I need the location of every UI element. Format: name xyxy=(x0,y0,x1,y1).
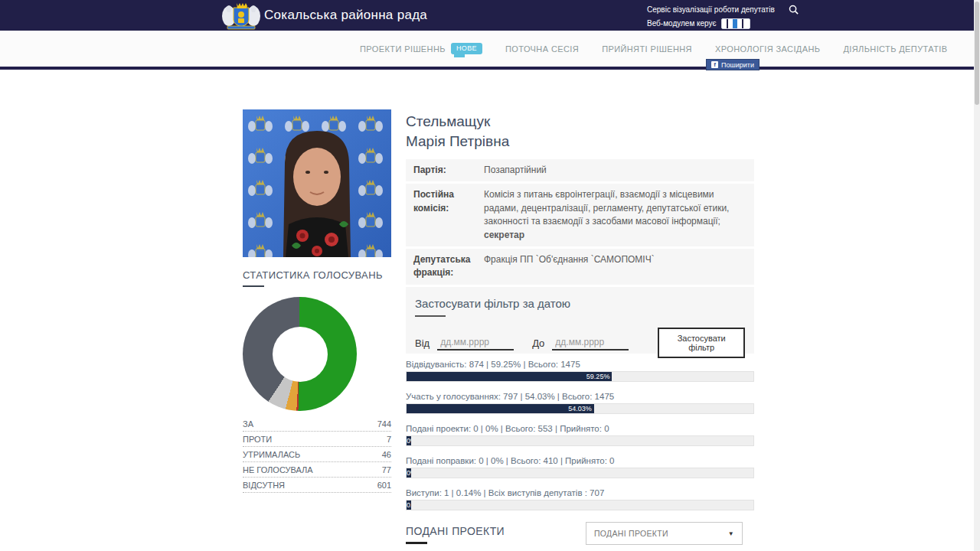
bar-label: Виступи: 1 | 0.14% | Всіх виступів депут… xyxy=(406,488,754,500)
header-divider xyxy=(0,67,980,70)
commission-text: Комісія з питань євроінтеграції, взаємод… xyxy=(484,189,729,227)
legend-value: 77 xyxy=(382,465,391,474)
projects-select[interactable]: ПОДАНІ ПРОЕКТИ ▼ xyxy=(586,522,743,545)
nav-item-current-session[interactable]: ПОТОЧНА СЕСІЯ xyxy=(505,44,579,54)
legend-label: УТРИМАЛАСЬ xyxy=(243,450,300,459)
legend-label: НЕ ГОЛОСУВАЛА xyxy=(243,465,313,474)
to-label: До xyxy=(532,337,544,349)
search-icon[interactable] xyxy=(789,5,799,15)
bar-attendance: Відвідуваність: 874 | 59.25% | Всього: 1… xyxy=(406,360,754,392)
bar-label: Відвідуваність: 874 | 59.25% | Всього: 1… xyxy=(406,360,754,371)
deputy-photo xyxy=(243,109,391,257)
from-label: Від xyxy=(415,337,430,349)
site-title: Сокальська районна рада xyxy=(264,0,427,31)
bar-fill: 0% xyxy=(407,436,411,445)
bar-track: 54.03% xyxy=(406,403,754,414)
legend-row-utrymalas: УТРИМАЛАСЬ 46 xyxy=(243,447,391,462)
header-right-block: Сервіс візуалізації роботи депутатів Веб… xyxy=(647,4,799,30)
row-label: Партія: xyxy=(413,164,484,177)
legend-label: ВІДСУТНЯ xyxy=(243,481,285,490)
bar-fill: 54.03% xyxy=(407,404,594,413)
legend-value: 7 xyxy=(387,435,391,444)
bar-speeches: Виступи: 1 | 0.14% | Всіх виступів депут… xyxy=(406,488,754,520)
table-row-commission: Постійна комісія: Комісія з питань євроі… xyxy=(406,184,754,246)
row-value: Комісія з питань євроінтеграції, взаємод… xyxy=(484,188,746,242)
facebook-share-button[interactable]: f Поширити xyxy=(706,59,760,70)
webmodule-label: Веб-модулем керує xyxy=(647,19,717,28)
row-value: Фракція ПП `Об'єднання `САМОПОМІЧ` xyxy=(484,253,746,280)
coat-of-arms-icon xyxy=(221,2,261,30)
web-module-logo[interactable] xyxy=(721,18,750,29)
nav-item-label: ДІЯЛЬНІСТЬ ДЕПУТАТІВ xyxy=(843,44,947,54)
bar-fill: 0% xyxy=(407,468,411,478)
nav-item-adopted-decisions[interactable]: ПРИЙНЯТІ РІШЕННЯ xyxy=(602,44,692,54)
nav-item-label: ПОТОЧНА СЕСІЯ xyxy=(505,44,579,54)
votes-legend: ЗА 744 ПРОТИ 7 УТРИМАЛАСЬ 46 НЕ ГОЛОСУВА… xyxy=(243,416,391,493)
legend-row-ne-holosuvala: НЕ ГОЛОСУВАЛА 77 xyxy=(243,462,391,478)
bar-track: 59.25% xyxy=(406,371,754,382)
top-header-bar: Сокальська районна рада Сервіс візуаліза… xyxy=(0,0,974,31)
bar-label: Подані поправки: 0 | 0% | Всього: 410 | … xyxy=(406,456,754,468)
service-tagline: Сервіс візуалізації роботи депутатів xyxy=(647,5,775,14)
date-from-input[interactable] xyxy=(437,335,514,350)
commission-role: секретар xyxy=(484,230,524,240)
heading-underline xyxy=(406,542,427,544)
legend-label: ПРОТИ xyxy=(243,435,272,444)
nav-item-label: ПРОЕКТИ РІШЕННЬ xyxy=(360,44,446,54)
nav-item-label: ХРОНОЛОГІЯ ЗАСІДАНЬ xyxy=(715,44,820,54)
select-value: ПОДАНІ ПРОЕКТИ xyxy=(594,529,668,538)
bar-submitted-amendments: Подані поправки: 0 | 0% | Всього: 410 | … xyxy=(406,456,754,488)
new-badge: Нове xyxy=(451,43,482,54)
row-value: Позапартійний xyxy=(484,164,746,177)
date-to-input[interactable] xyxy=(552,335,629,350)
stats-heading-block: СТАТИСТИКА ГОЛОСУВАНЬ xyxy=(243,269,383,287)
chevron-down-icon: ▼ xyxy=(728,530,734,537)
stats-heading: СТАТИСТИКА ГОЛОСУВАНЬ xyxy=(243,269,383,281)
bar-fill: 59.25% xyxy=(407,372,612,381)
heading-underline xyxy=(243,285,264,287)
main-navbar: ПРОЕКТИ РІШЕННЬ Нове ПОТОЧНА СЕСІЯ ПРИЙН… xyxy=(0,31,980,67)
apply-filter-button[interactable]: Застосувати фільтр xyxy=(658,328,745,358)
scrollbar-thumb[interactable] xyxy=(975,2,979,105)
bar-submitted-projects: Подані проекти: 0 | 0% | Всього: 553 | П… xyxy=(406,424,754,456)
bar-track: 0% xyxy=(406,435,754,446)
row-label: Постійна комісія: xyxy=(413,188,484,242)
heading-underline xyxy=(415,315,446,317)
bar-voting-participation: Участь у голосуваннях: 797 | 54.03% | Вс… xyxy=(406,392,754,424)
table-row-party: Партія: Позапартійний xyxy=(406,159,754,181)
votes-donut-chart xyxy=(243,297,357,411)
activity-bars: Відвідуваність: 874 | 59.25% | Всього: 1… xyxy=(406,360,754,520)
legend-value: 744 xyxy=(377,419,391,429)
bar-fill: 0.14% xyxy=(407,500,411,510)
page: Сокальська районна рада Сервіс візуаліза… xyxy=(0,0,980,551)
deputy-given-names: Марія Петрівна xyxy=(406,132,509,152)
nav-item-deputies-activity[interactable]: ДІЯЛЬНІСТЬ ДЕПУТАТІВ xyxy=(843,44,947,54)
share-label: Поширити xyxy=(721,61,754,69)
legend-row-proty: ПРОТИ 7 xyxy=(243,432,391,447)
projects-heading-block: ПОДАНІ ПРОЕКТИ xyxy=(406,525,505,544)
page-scrollbar[interactable] xyxy=(974,0,980,551)
table-row-faction: Депутатська фракція: Фракція ПП `Об'єдна… xyxy=(406,249,754,285)
nav-item-sessions-chronology[interactable]: ХРОНОЛОГІЯ ЗАСІДАНЬ xyxy=(715,44,820,54)
row-label: Депутатська фракція: xyxy=(413,253,484,280)
legend-value: 601 xyxy=(377,481,391,490)
deputy-surname: Стельмащук xyxy=(406,112,509,132)
bar-label: Подані проекти: 0 | 0% | Всього: 553 | П… xyxy=(406,424,754,435)
filter-heading: Застосувати фільтр за датою xyxy=(415,297,745,310)
facebook-icon: f xyxy=(711,61,718,68)
legend-row-vidsutnia: ВІДСУТНЯ 601 xyxy=(243,478,391,493)
nav-item-label: ПРИЙНЯТІ РІШЕННЯ xyxy=(602,44,692,54)
date-filter-panel: Застосувати фільтр за датою Від До Засто… xyxy=(406,288,754,354)
bar-track: 0.14% xyxy=(406,500,754,510)
bar-track: 0% xyxy=(406,468,754,478)
projects-heading: ПОДАНІ ПРОЕКТИ xyxy=(406,525,505,537)
deputy-name: Стельмащук Марія Петрівна xyxy=(406,112,509,151)
legend-row-za: ЗА 744 xyxy=(243,416,391,432)
legend-label: ЗА xyxy=(243,419,253,429)
nav-item-draft-decisions[interactable]: ПРОЕКТИ РІШЕННЬ Нове xyxy=(360,43,482,54)
legend-value: 46 xyxy=(382,450,391,459)
bar-label: Участь у голосуваннях: 797 | 54.03% | Вс… xyxy=(406,392,754,403)
